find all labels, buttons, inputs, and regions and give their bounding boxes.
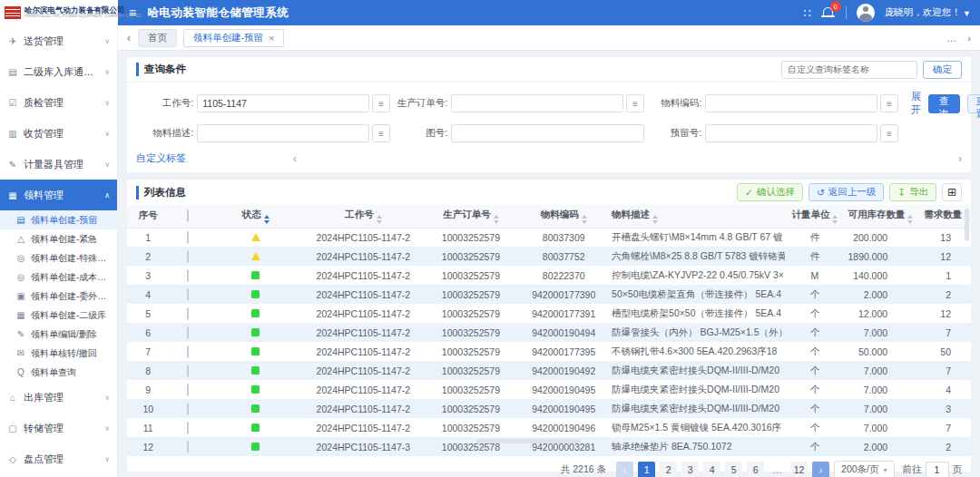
per-page-select[interactable]: 200条/页 ▾	[834, 461, 894, 477]
table-row[interactable]: 42024HPC1105-1147-2100032525799420001773…	[127, 285, 971, 304]
row-checkbox[interactable]	[187, 269, 189, 282]
tabs-more-icon[interactable]: …	[946, 33, 956, 44]
reservation-no-input[interactable]	[705, 124, 877, 142]
sidebar-item-req-create-special-project[interactable]: ◎领料单创建-特殊项目	[0, 248, 117, 268]
export-button[interactable]: ↧导出	[889, 183, 936, 201]
tabs-scroll-right-icon[interactable]: ›	[967, 33, 971, 44]
notification-bell-icon[interactable]: 0	[821, 5, 836, 20]
expand-link[interactable]: 展开	[911, 90, 921, 117]
sort-icon[interactable]	[494, 215, 499, 224]
sidebar-item-l2-inbound-notice[interactable]: ▤二级库入库通知单∨	[0, 56, 117, 87]
drawing-no-input[interactable]	[451, 124, 644, 142]
table-row[interactable]: 22024HPC1105-1147-21000325257980037752六角…	[127, 247, 971, 266]
collapse-sidebar-icon[interactable]: ≡	[129, 5, 136, 20]
table-row[interactable]: 82024HPC1105-1147-2100032525799420001904…	[127, 361, 971, 380]
row-checkbox[interactable]	[187, 403, 189, 415]
goto-page-input[interactable]	[926, 462, 949, 477]
select-all-checkbox[interactable]	[187, 209, 189, 222]
column-header-checkbox[interactable]	[170, 205, 208, 228]
user-menu[interactable]: 庞晓明，欢迎您！ ▾	[885, 6, 969, 19]
custom-tag-name-input[interactable]	[781, 61, 917, 79]
next-page-button[interactable]: ›	[812, 462, 829, 477]
column-header-生产订单号[interactable]: 生产订单号	[422, 205, 519, 228]
table-row[interactable]: 72024HPC1105-1147-2100032525799420001773…	[127, 342, 971, 361]
sidebar-item-measuring-tools-mgmt[interactable]: ✎计量器具管理∨	[0, 149, 117, 180]
vertical-scrollbar[interactable]	[965, 209, 969, 241]
row-checkbox[interactable]	[187, 422, 189, 434]
table-row[interactable]: 112024HPC1105-1147-210003252579942000190…	[127, 418, 971, 437]
row-checkbox[interactable]	[187, 288, 189, 301]
column-header-物料描述[interactable]: 物料描述	[608, 205, 785, 228]
sidebar-item-quality-inspection-mgmt[interactable]: ☑质检管理∨	[0, 87, 117, 118]
tags-next-icon[interactable]: ›	[958, 152, 962, 165]
table-row[interactable]: 62024HPC1105-1147-2100032525799420001904…	[127, 323, 971, 342]
sidebar-item-req-create-urgent[interactable]: △领料单创建-紧急	[0, 229, 117, 248]
table-row[interactable]: 12024HPC1105-1147-21000325257980037309开槽…	[127, 228, 971, 247]
work-no-input[interactable]	[197, 94, 369, 112]
sidebar-item-req-create-outsourced[interactable]: ▣领料单创建-委外组件	[0, 287, 117, 306]
material-desc-input[interactable]	[197, 124, 369, 142]
sidebar-item-outbound-mgmt[interactable]: ⌂出库管理∨	[0, 382, 117, 413]
confirm-select-button[interactable]: ✓确认选择	[737, 183, 803, 201]
tabs-scroll-left-icon[interactable]: ‹	[127, 32, 131, 44]
prev-page-button[interactable]: ‹	[616, 462, 633, 477]
fullscreen-icon[interactable]: ∷	[803, 6, 810, 20]
page-button-5[interactable]: 5	[725, 462, 742, 477]
sort-icon[interactable]	[907, 215, 913, 224]
sidebar-item-req-create-reserved[interactable]: ▤领料单创建-预留	[0, 210, 117, 229]
close-icon[interactable]: ×	[269, 33, 274, 44]
sidebar-item-req-transfer-recall[interactable]: ✉领料单核转/撤回	[0, 344, 117, 363]
row-checkbox[interactable]	[187, 307, 189, 320]
sidebar-item-material-requisition-mgmt[interactable]: ▦领料管理∧	[0, 180, 117, 210]
sidebar-item-req-create-cost-center[interactable]: ◎领料单创建-成本中心	[0, 268, 117, 287]
row-checkbox[interactable]	[187, 365, 189, 377]
page-button-2[interactable]: 2	[660, 462, 677, 477]
column-header-需求数量[interactable]: 需求数量	[920, 205, 971, 228]
row-checkbox[interactable]	[187, 346, 189, 358]
horizontal-scrollbar[interactable]	[476, 439, 581, 443]
custom-tag-link[interactable]: 自定义标签	[136, 151, 186, 165]
column-header-可用库存数量[interactable]: 可用库存数量	[844, 205, 920, 228]
tab-领料单创建-预留[interactable]: 领料单创建-预留×	[183, 29, 284, 47]
sort-icon[interactable]	[264, 215, 270, 224]
table-row[interactable]: 32024HPC1105-1147-21000325257980222370控制…	[127, 266, 971, 285]
reservation-no-filter-button[interactable]: ≡	[880, 124, 898, 142]
table-row[interactable]: 92024HPC1105-1147-2100032525799420001904…	[127, 380, 971, 399]
sidebar-item-req-create-l2-warehouse[interactable]: ▦领料单创建-二级库	[0, 306, 117, 325]
confirm-tag-button[interactable]: 确定	[923, 61, 962, 79]
table-row[interactable]: 52024HPC1105-1147-2100032525799420001773…	[127, 304, 971, 323]
row-checkbox[interactable]	[187, 384, 189, 396]
back-up-level-button[interactable]: ↺返回上一级	[808, 183, 884, 201]
work-no-filter-button[interactable]: ≡	[372, 94, 390, 112]
sidebar-item-receiving-mgmt[interactable]: ▥收货管理∨	[0, 118, 117, 149]
column-header-工作号[interactable]: 工作号	[304, 205, 422, 228]
row-checkbox[interactable]	[187, 441, 189, 453]
row-checkbox[interactable]	[187, 326, 189, 339]
sidebar-item-transfer-storage-mgmt[interactable]: ▢转储管理∨	[0, 413, 117, 443]
table-row[interactable]: 102024HPC1105-1147-210003252579942000190…	[127, 399, 971, 418]
material-desc-filter-button[interactable]: ≡	[372, 124, 390, 142]
page-button-12[interactable]: 12	[790, 462, 808, 477]
sort-icon[interactable]	[582, 215, 587, 224]
search-button[interactable]: 查询	[928, 94, 960, 113]
sidebar-item-req-query[interactable]: Q领料单查询	[0, 363, 117, 382]
sidebar-item-stocktake-mgmt[interactable]: ◇盘点管理∨	[0, 443, 117, 474]
sort-icon[interactable]	[652, 215, 658, 224]
production-order-no-filter-button[interactable]: ≡	[626, 94, 644, 112]
page-button-4[interactable]: 4	[703, 462, 720, 477]
sidebar-item-delivery-mgmt[interactable]: ✈送货管理∨	[0, 25, 117, 56]
sort-icon[interactable]	[377, 215, 382, 224]
material-code-filter-button[interactable]: ≡	[880, 94, 898, 112]
row-checkbox[interactable]	[187, 250, 189, 263]
tab-首页[interactable]: 首页	[138, 29, 177, 47]
production-order-no-input[interactable]	[451, 94, 623, 112]
page-button-1[interactable]: 1	[638, 462, 655, 477]
reset-button[interactable]: 重置	[967, 94, 980, 113]
page-button-6[interactable]: 6	[747, 462, 764, 477]
page-button-3[interactable]: 3	[681, 462, 699, 477]
material-code-input[interactable]	[705, 94, 877, 112]
column-settings-button[interactable]: ⊞	[942, 183, 962, 201]
column-header-计量单位[interactable]: 计量单位	[785, 205, 844, 228]
user-avatar[interactable]	[857, 4, 875, 22]
column-header-状态[interactable]: 状态	[207, 205, 304, 228]
